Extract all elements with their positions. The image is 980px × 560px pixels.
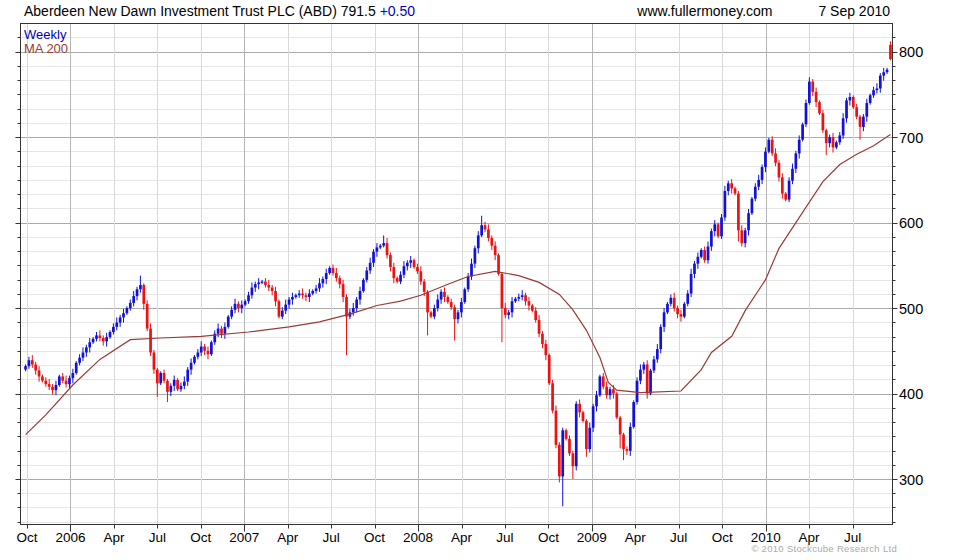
x-axis-label: 2007 [229, 530, 259, 545]
candle-down [555, 411, 558, 445]
candle-down [237, 304, 240, 308]
candle-down [419, 271, 422, 281]
candle-down [673, 298, 676, 308]
candle-up [683, 304, 686, 317]
candle-up [315, 288, 318, 291]
candle-up [876, 88, 879, 90]
candle-up [88, 342, 91, 347]
candle-down [619, 417, 622, 434]
candle-up [656, 349, 659, 359]
y-axis-label: 400 [899, 386, 923, 402]
candle-down [99, 335, 102, 338]
candle-up [322, 279, 325, 283]
candle-up [183, 382, 186, 386]
candle-down [602, 376, 605, 386]
candle-down [342, 284, 345, 297]
candle-up [794, 153, 797, 168]
x-axis-label: Jul [323, 530, 340, 545]
candle-up [649, 370, 652, 393]
candle-down [778, 163, 781, 178]
candle-down [34, 364, 37, 370]
candle-up [828, 137, 831, 143]
candle-up [724, 191, 727, 217]
candle-up [352, 308, 355, 312]
candle-down [544, 344, 547, 355]
candle-down [156, 370, 159, 384]
chart-legend: Weekly MA 200 [24, 28, 68, 56]
candle-up [240, 305, 243, 308]
candle-up [362, 280, 365, 291]
candle-down [541, 334, 544, 344]
candle-up [190, 363, 193, 370]
candle-up [751, 199, 754, 214]
x-axis-label: Oct [538, 530, 559, 545]
candle-up [139, 285, 142, 289]
candle-up [467, 276, 470, 289]
candle-down [605, 387, 608, 396]
candle-down [51, 387, 54, 390]
candle-up [436, 300, 439, 309]
ma200-line [26, 135, 891, 435]
candle-up [433, 308, 436, 317]
candle-down [443, 292, 446, 297]
plot-border [21, 24, 893, 525]
candle-down [31, 360, 34, 364]
candle-up [764, 152, 767, 167]
candle-down [271, 288, 274, 291]
candle-up [693, 264, 696, 274]
candle-down [626, 449, 629, 451]
candle-up [595, 395, 598, 406]
candle-up [879, 76, 882, 89]
candle-up [28, 360, 31, 366]
candle-up [463, 289, 466, 302]
candle-down [565, 430, 568, 439]
candle-down [646, 364, 649, 393]
candle-up [230, 310, 233, 317]
candle-up [403, 266, 406, 275]
candle-up [95, 335, 98, 338]
candle-down [818, 102, 821, 113]
x-axis-label: Apr [451, 530, 473, 545]
candle-down [450, 302, 453, 307]
candle-down [416, 267, 419, 271]
candle-up [376, 247, 379, 251]
candle-down [852, 97, 855, 107]
candle-down [278, 301, 281, 316]
x-axis-label: 2009 [577, 530, 607, 545]
candle-up [480, 225, 483, 235]
price-chart-svg: 300400500600700800Oct2006AprJulOct2007Ap… [0, 0, 980, 560]
candle-down [386, 243, 389, 255]
candle-up [521, 295, 524, 297]
candle-down [781, 177, 784, 193]
candle-down [44, 381, 47, 384]
candle-up [457, 312, 460, 319]
candle-down [815, 92, 818, 102]
candle-up [136, 289, 139, 296]
candle-down [490, 238, 493, 246]
candle-down [578, 404, 581, 413]
candle-down [396, 278, 399, 281]
candle-up [636, 381, 639, 402]
x-axis-label: Oct [16, 530, 37, 545]
candle-up [653, 359, 656, 370]
candle-up [872, 90, 875, 95]
candle-up [690, 274, 693, 294]
y-axis-label: 800 [899, 44, 923, 60]
candle-up [744, 230, 747, 243]
candle-down [447, 297, 450, 302]
candle-down [487, 229, 490, 238]
candle-down [771, 140, 774, 154]
candle-down [335, 273, 338, 278]
x-axis-label: Apr [625, 530, 647, 545]
candle-up [865, 103, 868, 117]
candle-down [524, 295, 527, 301]
candle-down [146, 304, 149, 329]
candle-down [680, 314, 683, 317]
candle-up [129, 303, 132, 308]
candle-down [558, 445, 561, 477]
candle-up [126, 308, 129, 313]
candle-up [632, 402, 635, 427]
candle-up [609, 389, 612, 395]
legend-timeframe: Weekly [24, 28, 68, 42]
candle-down [267, 285, 270, 288]
